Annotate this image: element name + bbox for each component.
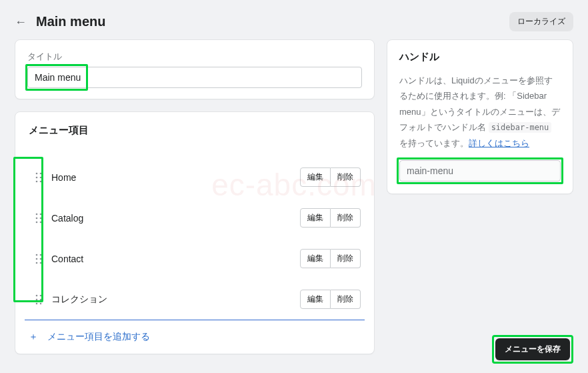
localize-button[interactable]: ローカライズ <box>509 12 573 31</box>
svg-point-15 <box>40 258 42 260</box>
side-column: ハンドル ハンドルは、Liquidのメニューを参照するために使用されます。例: … <box>387 39 573 354</box>
plus-icon: ＋ <box>29 331 38 343</box>
svg-point-8 <box>36 217 38 219</box>
drag-handle-icon[interactable] <box>35 294 42 305</box>
title-input[interactable] <box>27 67 362 88</box>
svg-point-19 <box>40 294 42 296</box>
save-button[interactable]: メニューを保存 <box>495 338 570 360</box>
edit-button[interactable]: 編集 <box>300 208 331 228</box>
drag-handle-icon[interactable] <box>35 172 42 183</box>
svg-point-14 <box>36 258 38 260</box>
handle-description: ハンドルは、Liquidのメニューを参照するために使用されます。例: 「Side… <box>399 73 561 151</box>
svg-point-4 <box>36 180 38 182</box>
back-arrow-icon[interactable]: ← <box>15 16 27 28</box>
menu-item-label[interactable]: Contact <box>51 254 291 264</box>
drag-handle-icon[interactable] <box>35 213 42 224</box>
svg-point-12 <box>36 254 38 256</box>
svg-point-17 <box>40 262 42 264</box>
menu-item-label[interactable]: コレクション <box>51 294 291 306</box>
edit-button[interactable]: 編集 <box>300 167 331 187</box>
add-menu-item-button[interactable]: ＋ メニュー項目を追加する <box>15 320 374 354</box>
handle-learn-more-link[interactable]: 詳しくはこちら <box>469 138 529 148</box>
svg-point-0 <box>36 172 38 174</box>
handle-input[interactable] <box>399 160 561 181</box>
svg-point-22 <box>36 302 38 304</box>
handle-desc-suffix: を持っています。 <box>399 138 469 148</box>
drag-handle-icon[interactable] <box>35 254 42 264</box>
menu-item-row: Contact 編集 削除 <box>15 238 374 279</box>
menu-item-label[interactable]: Home <box>51 172 291 183</box>
title-label: タイトル <box>27 51 362 63</box>
svg-point-13 <box>40 254 42 256</box>
menu-item-actions: 編集 削除 <box>300 249 361 268</box>
top-bar-left: ← Main menu <box>15 14 105 29</box>
svg-point-5 <box>40 180 42 182</box>
svg-point-11 <box>40 221 42 223</box>
edit-button[interactable]: 編集 <box>300 290 331 309</box>
menu-item-row: Catalog 編集 削除 <box>15 198 374 238</box>
main-column: タイトル メニュー項目 Home 編集 削除 <box>15 39 375 354</box>
menu-item-row: Home 編集 削除 <box>15 157 374 198</box>
title-field-container <box>27 67 362 88</box>
menu-item-actions: 編集 削除 <box>300 208 361 228</box>
handle-code-example: sidebar-menu <box>489 122 552 133</box>
delete-button[interactable]: 削除 <box>331 167 361 187</box>
handle-heading: ハンドル <box>399 51 561 63</box>
svg-point-18 <box>36 294 38 296</box>
menu-card-heading: メニュー項目 <box>15 112 374 157</box>
delete-button[interactable]: 削除 <box>331 249 361 268</box>
delete-button[interactable]: 削除 <box>331 208 361 228</box>
svg-point-23 <box>40 302 42 304</box>
svg-point-1 <box>40 172 42 174</box>
menu-items-list: Home 編集 削除 Catalog 編集 削除 <box>15 157 374 320</box>
svg-point-10 <box>36 221 38 223</box>
edit-button[interactable]: 編集 <box>300 249 331 268</box>
svg-point-21 <box>40 298 42 300</box>
highlight-box-save: メニューを保存 <box>492 335 573 364</box>
footer: メニューを保存 <box>492 335 573 364</box>
add-menu-item-label: メニュー項目を追加する <box>47 331 150 343</box>
title-card: タイトル <box>15 39 375 99</box>
layout: タイトル メニュー項目 Home 編集 削除 <box>0 39 588 373</box>
handle-card: ハンドル ハンドルは、Liquidのメニューを参照するために使用されます。例: … <box>387 39 573 194</box>
svg-point-7 <box>40 213 42 215</box>
menu-item-label[interactable]: Catalog <box>51 213 291 224</box>
top-bar: ← Main menu ローカライズ <box>0 0 588 39</box>
delete-button[interactable]: 削除 <box>331 290 361 309</box>
page-title: Main menu <box>36 14 105 29</box>
menu-item-actions: 編集 削除 <box>300 167 361 187</box>
menu-card: メニュー項目 Home 編集 削除 C <box>15 111 375 354</box>
svg-point-2 <box>36 176 38 178</box>
svg-point-9 <box>40 217 42 219</box>
menu-item-row: コレクション 編集 削除 <box>15 279 374 320</box>
handle-input-wrap <box>399 160 561 181</box>
svg-point-6 <box>36 213 38 215</box>
menu-item-actions: 編集 削除 <box>300 290 361 309</box>
svg-point-3 <box>40 176 42 178</box>
svg-point-16 <box>36 262 38 264</box>
svg-point-20 <box>36 298 38 300</box>
